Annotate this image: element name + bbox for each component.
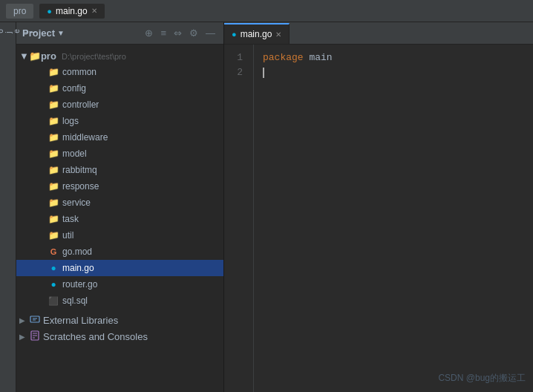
collapse-toolbar-icon[interactable]: ⇔ [171, 26, 184, 40]
ext-lib-icon [30, 314, 40, 327]
sidebar-project-icon[interactable]: Project [1, 25, 16, 36]
file-icon-main-go: ● [48, 262, 59, 274]
align-toolbar-icon[interactable]: ≡ [158, 26, 169, 40]
editor-tabs: ● main.go ✕ [224, 22, 533, 45]
editor-content[interactable]: 1 2 package main CSDN @bug的搬运工 [224, 45, 533, 392]
folder-label-service: service [62, 197, 91, 208]
tree-folder-rabbitmq[interactable]: 📁 rabbitmq [16, 162, 223, 178]
tree-file-go-mod[interactable]: G go.mod [16, 244, 223, 260]
folder-icon-rabbitmq: 📁 [48, 164, 59, 176]
tree-folder-common[interactable]: 📁 common [16, 64, 223, 80]
tree-root-pro[interactable]: 📁 pro D:\project\test\pro [16, 48, 223, 64]
folder-icon-util: 📁 [48, 229, 59, 241]
folder-icon-controller: 📁 [48, 99, 59, 111]
tree-file-router-go[interactable]: ● router.go [16, 276, 223, 293]
folder-icon-response: 📁 [48, 180, 59, 192]
editor-tab-icon: ● [232, 30, 237, 39]
code-area[interactable]: package main [254, 45, 533, 392]
file-icon-go-mod: G [48, 246, 59, 258]
ext-lib-label: External Libraries [43, 315, 118, 326]
watermark: CSDN @bug的搬运工 [438, 372, 526, 385]
tree-folder-logs[interactable]: 📁 logs [16, 113, 223, 129]
tree-file-main-go[interactable]: ● main.go [16, 260, 223, 276]
tree-folder-response[interactable]: 📁 response [16, 178, 223, 195]
file-label-router-go: router.go [62, 279, 97, 290]
folder-label-middleware: middleware [62, 132, 108, 143]
folder-label-response: response [62, 181, 99, 192]
file-label-go-mod: go.mod [62, 246, 92, 257]
watermark-text: CSDN @bug的搬运工 [438, 373, 526, 383]
main-layout: Project Project ▼ ⊕ ≡ ⇔ ⚙ — 📁 pro D:\pro… [0, 22, 533, 392]
file-tree: 📁 pro D:\project\test\pro 📁 common 📁 con… [16, 45, 223, 392]
line-number-2: 2 [224, 65, 247, 80]
project-toolbar: Project ▼ ⊕ ≡ ⇔ ⚙ — [16, 22, 223, 45]
folder-icon-logs: 📁 [48, 115, 59, 127]
scratch-arrow: ▶ [19, 333, 30, 341]
text-cursor [263, 68, 264, 78]
minimize-toolbar-icon[interactable]: — [203, 26, 218, 40]
folder-icon-common: 📁 [48, 66, 59, 78]
tree-folder-config[interactable]: 📁 config [16, 80, 223, 97]
folder-label-controller: controller [62, 99, 99, 110]
root-folder-icon: 📁 [29, 50, 41, 62]
file-label-main-go: main.go [62, 263, 94, 273]
tree-folder-service[interactable]: 📁 service [16, 195, 223, 211]
file-icon-sql-sql: ⬛ [48, 295, 59, 307]
settings-toolbar-icon[interactable]: ⚙ [187, 26, 200, 40]
add-toolbar-icon[interactable]: ⊕ [143, 26, 155, 40]
project-dropdown-icon[interactable]: ▼ [57, 29, 65, 37]
tree-folder-middleware[interactable]: 📁 middleware [16, 129, 223, 146]
editor-tab-label: main.go [241, 29, 272, 39]
tree-folder-util[interactable]: 📁 util [16, 227, 223, 244]
folder-icon-task: 📁 [48, 213, 59, 225]
folder-icon-service: 📁 [48, 197, 59, 209]
scratch-label: Scratches and Consoles [43, 331, 148, 342]
tree-section-external-libraries[interactable]: ▶ External Libraries [16, 312, 223, 328]
editor-tab-close-icon[interactable]: ✕ [275, 30, 281, 39]
project-panel: Project ▼ ⊕ ≡ ⇔ ⚙ — 📁 pro D:\project\tes… [16, 22, 224, 392]
svg-rect-0 [30, 316, 39, 322]
scratch-icon [30, 330, 40, 343]
tab-icon: ● [47, 7, 52, 16]
folder-label-config: config [62, 83, 86, 94]
folder-label-logs: logs [62, 116, 79, 126]
tree-folder-model[interactable]: 📁 model [16, 146, 223, 162]
root-label: pro D:\project\test\pro [41, 50, 126, 62]
keyword-package: package [263, 52, 304, 63]
tree-folder-task[interactable]: 📁 task [16, 211, 223, 227]
tree-section-scratches-and-consoles[interactable]: ▶ Scratches and Consoles [16, 328, 223, 344]
folder-label-rabbitmq: rabbitmq [62, 165, 97, 175]
folder-label-model: model [62, 148, 87, 159]
folder-icon-model: 📁 [48, 148, 59, 160]
root-arrow [19, 50, 29, 62]
tab-close-icon[interactable]: ✕ [91, 7, 97, 15]
file-label-sql-sql: sql.sql [62, 295, 88, 306]
ext-lib-arrow: ▶ [19, 316, 30, 324]
sidebar-strip: Project [0, 22, 16, 392]
file-icon-router-go: ● [48, 278, 59, 290]
code-line-2 [263, 65, 524, 80]
folder-icon-config: 📁 [48, 82, 59, 94]
title-bar: pro ● main.go ✕ [0, 0, 533, 22]
folder-label-task: task [62, 214, 79, 224]
editor-area: ● main.go ✕ 1 2 package main [224, 22, 533, 392]
code-line-1: package main [263, 50, 524, 65]
line-numbers: 1 2 [224, 45, 254, 392]
tree-file-sql-sql[interactable]: ⬛ sql.sql [16, 293, 223, 309]
line-number-1: 1 [224, 50, 247, 65]
folder-icon-middleware: 📁 [48, 131, 59, 143]
tree-folder-controller[interactable]: 📁 controller [16, 97, 223, 113]
identifier-main: main [309, 52, 332, 63]
folder-label-common: common [62, 67, 97, 77]
tab-pro-label: pro [13, 6, 26, 16]
tab-main-go-label: main.go [56, 6, 88, 16]
tab-pro[interactable]: pro [6, 4, 33, 19]
folder-label-util: util [62, 230, 73, 241]
editor-tab-main-go[interactable]: ● main.go ✕ [224, 23, 290, 44]
tab-main-go[interactable]: ● main.go ✕ [39, 4, 104, 19]
